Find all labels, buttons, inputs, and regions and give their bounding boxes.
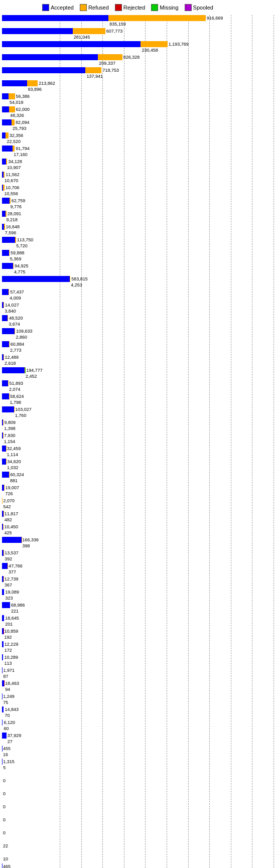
bars-container: 13,537392 bbox=[2, 550, 274, 562]
bar-value-accepted: 113,750 bbox=[17, 237, 34, 242]
table-row: lodman-bin2,070542 bbox=[2, 498, 274, 510]
table-row: news.chmurka.net7,9301,154 bbox=[2, 432, 274, 445]
bar-line-accepted: 12,229 bbox=[2, 641, 274, 647]
bar-line-accepted: 6,120 bbox=[2, 719, 274, 726]
bars-container: 103,0271,760 bbox=[2, 406, 274, 418]
bar-segment-accepted bbox=[2, 328, 15, 334]
bar-line-accepted: 12,739 bbox=[2, 576, 274, 582]
bar-line-refused: 172 bbox=[2, 648, 274, 653]
bar-segment-accepted bbox=[2, 54, 98, 60]
bars-container: 10,289113 bbox=[2, 654, 274, 666]
bar-line-refused: 2,773 bbox=[2, 348, 274, 353]
bar-value-refused: 2,860 bbox=[16, 335, 27, 340]
bar-value-accepted: 11,817 bbox=[5, 511, 19, 516]
bars-container: 113,7505,720 bbox=[2, 237, 274, 249]
bar-value-refused: 4,009 bbox=[10, 296, 21, 301]
bar-value-refused: 9,218 bbox=[7, 217, 18, 222]
table-row: news.pekin.waw.pl9,8091,398 bbox=[2, 419, 274, 431]
legend-item-missing: Missing bbox=[151, 4, 178, 11]
bar-line-accepted bbox=[2, 811, 274, 817]
bar-line-accepted: 583,815 bbox=[2, 276, 274, 282]
bar-value-accepted: 82,094 bbox=[16, 120, 30, 125]
legend-item-accepted: Accepted bbox=[42, 4, 74, 11]
bars-container: 19,007726 bbox=[2, 485, 274, 497]
bar-value-accepted: 1,971 bbox=[3, 668, 15, 673]
bar-line-refused: 93,896 bbox=[2, 87, 274, 92]
table-row: korbank18,645201 bbox=[2, 615, 274, 627]
bar-segment-refused bbox=[13, 263, 14, 269]
chart-rows: atman-bin916,669835,159ipartners607,7732… bbox=[2, 15, 274, 868]
table-row: itpp56,38654,019 bbox=[2, 93, 274, 105]
bar-line-accepted: 34,128 bbox=[2, 159, 274, 165]
bar-value-accepted: 607,773 bbox=[106, 29, 123, 34]
bar-value-refused: 726 bbox=[5, 491, 13, 496]
bar-line-accepted: 19,089 bbox=[2, 589, 274, 595]
bar-line-accepted: 62,759 bbox=[2, 198, 274, 204]
bar-segment-accepted bbox=[2, 106, 9, 112]
bars-container: 47,766377 bbox=[2, 563, 274, 575]
bar-line-accepted: 60,884 bbox=[2, 341, 274, 347]
table-row: bnet12,4892,618 bbox=[2, 354, 274, 366]
bar-value-refused: 54,019 bbox=[10, 100, 24, 105]
table-row: gazeta-bin1,3155 bbox=[2, 759, 274, 771]
table-row: col62,00048,326 bbox=[2, 106, 274, 118]
bars-container: 82,09425,793 bbox=[2, 119, 274, 131]
bar-value-refused: 10,670 bbox=[5, 178, 19, 183]
bar-value-refused: 221 bbox=[11, 609, 19, 614]
bar-value-refused: 10,907 bbox=[7, 165, 21, 170]
bar-line-refused: 137,941 bbox=[2, 74, 274, 79]
table-row: news.promontel.net.pl16,6487,596 bbox=[2, 224, 274, 236]
bar-value-refused: 1,760 bbox=[15, 413, 27, 418]
bar-value-accepted: 166,336 bbox=[23, 537, 39, 542]
bar-line-refused: 4,775 bbox=[2, 269, 274, 274]
bar-line-refused: 5,369 bbox=[2, 256, 274, 261]
table-row: gazeta-fast0 bbox=[2, 811, 274, 823]
bar-value-accepted: 109,633 bbox=[16, 329, 33, 334]
bar-value-accepted: 37,929 bbox=[8, 733, 22, 738]
table-row: fu-berlin-pl14,84370 bbox=[2, 706, 274, 718]
bar-value-refused: 201 bbox=[5, 622, 13, 627]
bar-value-accepted: 9,809 bbox=[5, 420, 16, 425]
bar-line-accepted: 14,027 bbox=[2, 302, 274, 308]
bar-segment-accepted bbox=[2, 602, 10, 608]
table-row: torman-fast10,450425 bbox=[2, 524, 274, 536]
bar-value-accepted: 718,753 bbox=[102, 68, 119, 73]
bar-line-refused: 54,019 bbox=[2, 100, 274, 105]
bar-line-refused: 209,337 bbox=[2, 61, 274, 66]
bar-segment-accepted bbox=[2, 719, 3, 726]
bar-line-accepted: 1,971 bbox=[2, 667, 274, 673]
bar-value-refused: 70 bbox=[5, 713, 10, 718]
table-row: home10,289113 bbox=[2, 654, 274, 666]
bar-segment-accepted bbox=[2, 276, 70, 282]
bar-line-accepted: 28,091 bbox=[2, 211, 274, 217]
bar-value-refused: 1,398 bbox=[4, 426, 16, 431]
bar-segment-refused bbox=[4, 302, 4, 308]
bar-line-accepted: 13,537 bbox=[2, 550, 274, 556]
bar-line-refused: 392 bbox=[2, 556, 274, 561]
table-row: pozman-bin0 bbox=[2, 798, 274, 810]
bar-segment-accepted bbox=[2, 380, 8, 386]
bars-container: 10,450425 bbox=[2, 524, 274, 536]
bar-value-accepted: 14,843 bbox=[5, 707, 19, 712]
bars-container: 51,8932,074 bbox=[2, 380, 274, 392]
bar-segment-accepted bbox=[2, 446, 6, 452]
bar-value-refused: 22,520 bbox=[7, 139, 21, 144]
bars-container: 28,0919,218 bbox=[2, 211, 274, 223]
bar-line-refused: 192 bbox=[2, 635, 274, 640]
bars-container: 9,8091,398 bbox=[2, 419, 274, 431]
bar-value-accepted: 12,489 bbox=[5, 355, 19, 360]
table-row: torman22 bbox=[2, 837, 274, 849]
bar-value-refused: 398 bbox=[23, 543, 30, 548]
bar-value-refused: 281,045 bbox=[74, 35, 90, 40]
bar-line-refused: 94 bbox=[2, 687, 274, 692]
bar-line-accepted bbox=[2, 850, 274, 856]
legend-label-accepted: Accepted bbox=[51, 5, 74, 11]
bar-line-refused: 10,670 bbox=[2, 178, 274, 183]
bar-value-refused: 48,326 bbox=[10, 113, 24, 118]
table-row: fu-berlin18,46394 bbox=[2, 680, 274, 692]
bars-container: 0 bbox=[2, 811, 274, 823]
bar-value-accepted: 62,000 bbox=[16, 107, 30, 112]
bar-value-accepted: 583,815 bbox=[71, 276, 88, 281]
bar-value-refused: 392 bbox=[5, 556, 12, 561]
table-row: gazeta14,0273,840 bbox=[2, 302, 274, 314]
